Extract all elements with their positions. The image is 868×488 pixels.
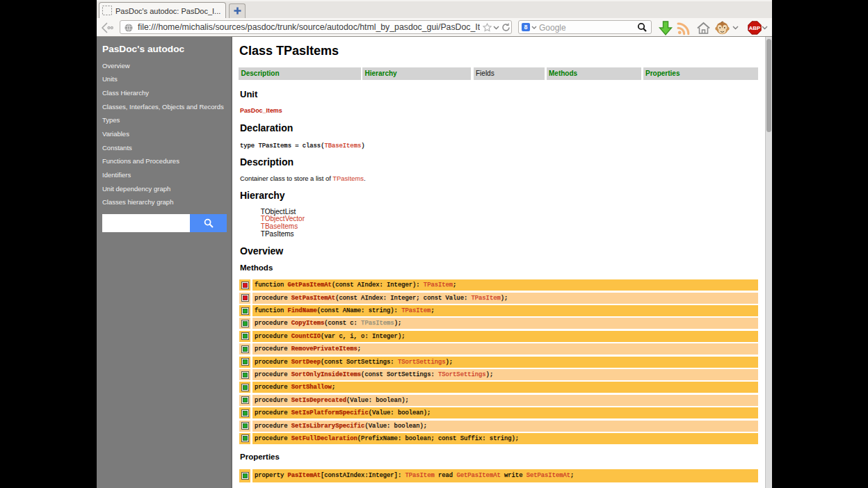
svg-text:ABP: ABP: [749, 25, 762, 31]
